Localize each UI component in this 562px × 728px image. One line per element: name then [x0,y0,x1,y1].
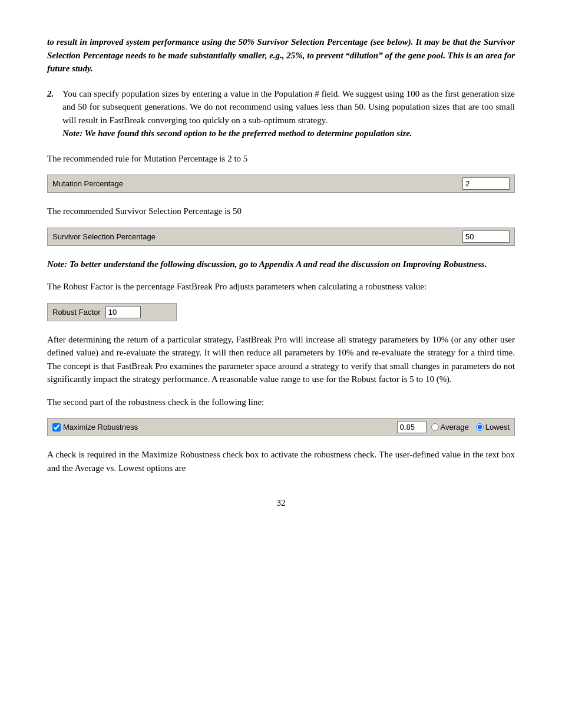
robust-input[interactable] [105,306,141,318]
average-option[interactable]: Average [431,423,469,431]
mutation-intro: The recommended rule for Mutation Percen… [47,152,515,166]
item-main-text: You can specify population sizes by ente… [62,89,515,125]
second-part-text: The second part of the robustness check … [47,396,515,409]
maximize-robustness-label[interactable]: Maximize Robustness [52,423,392,431]
survivor-input[interactable] [462,230,510,243]
item-content: You can specify population sizes by ente… [62,87,515,140]
maximize-robustness-text: Maximize Robustness [63,423,138,431]
maximize-robustness-checkbox[interactable] [52,423,61,431]
survivor-intro: The recommended Survivor Selection Perce… [47,205,515,218]
intro-paragraph: to result in improved system performance… [47,35,515,75]
numbered-item-2: 2. You can specify population sizes by e… [47,87,515,140]
survivor-field-row: Survivor Selection Percentage [47,228,515,246]
lowest-radio[interactable] [476,423,484,431]
mutation-field-row: Mutation Percentage [47,174,515,193]
robustness-value-input[interactable] [397,421,427,433]
robust-factor-row: Robust Factor [47,303,177,321]
robust-intro: The Robust Factor is the percentage Fast… [47,280,515,294]
lowest-label: Lowest [485,423,510,431]
mutation-label: Mutation Percentage [52,179,462,188]
item-number: 2. [47,87,58,140]
survivor-label: Survivor Selection Percentage [52,232,462,241]
robustness-row: Maximize Robustness Average Lowest [47,418,515,436]
average-radio[interactable] [431,423,439,431]
after-robust-text: After determining the return of a partic… [47,333,515,386]
mutation-input[interactable] [462,177,510,190]
item-bold-text: Note: We have found this second option t… [62,129,412,138]
note-bold: Note: To better understand the following… [47,258,515,271]
average-label: Average [441,423,469,431]
page-number: 32 [47,498,515,508]
robust-label: Robust Factor [52,308,101,317]
lowest-option[interactable]: Lowest [476,423,510,431]
final-text: A check is required in the Maximize Robu… [47,448,515,475]
radio-group: Average Lowest [431,423,510,431]
